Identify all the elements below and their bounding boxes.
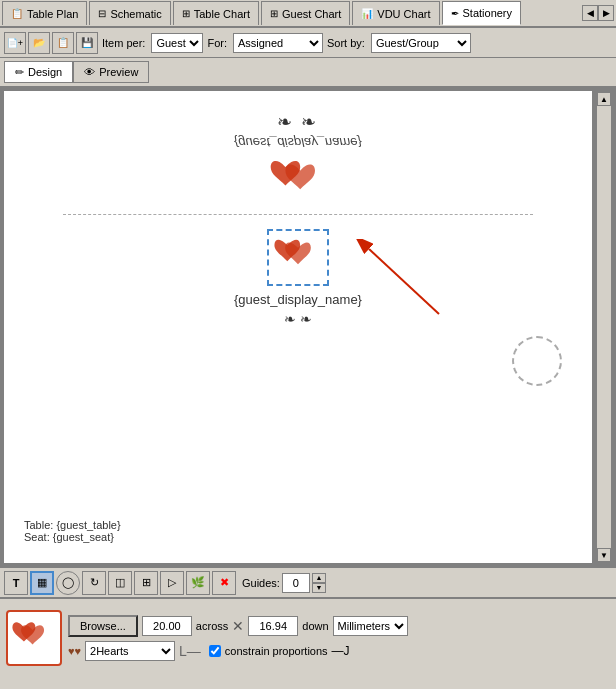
constrain-label: constrain proportions: [225, 645, 328, 657]
tool-rotate[interactable]: ↻: [82, 571, 106, 595]
browse-button[interactable]: Browse...: [68, 615, 138, 637]
tab-guest-chart[interactable]: ⊞ Guest Chart: [261, 1, 350, 25]
panel-row-1: Browse... across ✕ down Millimeters: [68, 615, 610, 637]
tab-vdu-chart[interactable]: 📊 VDU Chart: [352, 1, 439, 25]
tab-navigation: ◀ ▶: [582, 5, 614, 21]
bottom-panel: Browse... across ✕ down Millimeters ♥♥ 2…: [0, 597, 616, 677]
footer-text: Table: {guest_table} Seat: {guest_seat}: [24, 519, 121, 543]
canvas-content: ❧ ❧ {guest_display_name}: [4, 91, 592, 563]
tool-shape[interactable]: ◯: [56, 571, 80, 595]
multiply-icon: ✕: [232, 618, 244, 634]
sort-by-select[interactable]: Guest/Group: [371, 33, 471, 53]
footer-line1: Table: {guest_table}: [24, 519, 121, 531]
svg-line-1: [369, 249, 439, 314]
toolbar-left: 📄+ 📂 📋 💾: [4, 32, 98, 54]
tab-schematic[interactable]: ⊟ Schematic: [89, 1, 170, 25]
tab-stationery-label: Stationery: [463, 7, 513, 19]
heart-badge: [6, 610, 62, 666]
guides-spinner: ▲ ▼: [312, 573, 326, 593]
tool-tree[interactable]: 🌿: [186, 571, 210, 595]
dashed-circle: [512, 336, 562, 386]
guides-input[interactable]: [282, 573, 310, 593]
vdu-chart-icon: 📊: [361, 8, 373, 19]
scroll-down-btn[interactable]: ▼: [597, 548, 611, 562]
tab-bar: 📋 Table Plan ⊟ Schematic ⊞ Table Chart ⊞…: [0, 0, 616, 28]
hearts-text-icon: ♥♥: [68, 645, 81, 657]
tool-align[interactable]: ◫: [108, 571, 132, 595]
tab-vdu-chart-label: VDU Chart: [377, 8, 430, 20]
item-per-label: Item per:: [102, 37, 145, 49]
preview-tab-label: Preview: [99, 66, 138, 78]
divider-dashed: [63, 214, 533, 215]
tool-grid[interactable]: ⊞: [134, 571, 158, 595]
stationery-icon: ✒: [451, 8, 459, 19]
open-button[interactable]: 📂: [28, 32, 50, 54]
scroll-up-btn[interactable]: ▲: [597, 92, 611, 106]
design-tab-label: Design: [28, 66, 62, 78]
tab-schematic-label: Schematic: [110, 8, 161, 20]
tool-image[interactable]: ▦: [30, 571, 54, 595]
for-select[interactable]: Assigned: [233, 33, 323, 53]
panel-controls: Browse... across ✕ down Millimeters ♥♥ 2…: [68, 615, 610, 661]
constrain-end-icon: —J: [332, 644, 350, 658]
tab-table-plan-label: Table Plan: [27, 8, 78, 20]
tool-delete[interactable]: ✖: [212, 571, 236, 595]
panel-row-2: ♥♥ 2Hearts L— constrain proportions —J: [68, 641, 610, 661]
field-display-flipped: {guest_display_name}: [234, 135, 362, 150]
tab-scroll-left[interactable]: ◀: [582, 5, 598, 21]
down-label: down: [302, 620, 328, 632]
footer-line2: Seat: {guest_seat}: [24, 531, 121, 543]
tab-preview[interactable]: 👁 Preview: [73, 61, 149, 83]
tab-stationery[interactable]: ✒ Stationery: [442, 1, 522, 25]
pipe-separator: L—: [179, 643, 201, 659]
tab-scroll-right[interactable]: ▶: [598, 5, 614, 21]
guides-spin-up[interactable]: ▲: [312, 573, 326, 583]
vertical-scrollbar[interactable]: ▲ ▼: [596, 91, 612, 563]
scroll-track: [597, 106, 611, 548]
schematic-icon: ⊟: [98, 8, 106, 19]
main-area: ❧ ❧ {guest_display_name}: [0, 87, 616, 567]
sort-by-label: Sort by:: [327, 37, 365, 49]
selected-box[interactable]: [267, 229, 329, 286]
tool-play[interactable]: ▷: [160, 571, 184, 595]
guest-chart-icon: ⊞: [270, 8, 278, 19]
across-label: across: [196, 620, 228, 632]
tab-guest-chart-label: Guest Chart: [282, 8, 341, 20]
tab-table-chart-label: Table Chart: [194, 8, 250, 20]
bottom-toolbar: T ▦ ◯ ↻ ◫ ⊞ ▷ 🌿 ✖ Guides: ▲ ▼: [0, 567, 616, 597]
main-toolbar: 📄+ 📂 📋 💾 Item per: Guest For: Assigned S…: [0, 28, 616, 58]
for-label: For:: [207, 37, 227, 49]
height-input[interactable]: [248, 616, 298, 636]
unit-select[interactable]: Millimeters: [333, 616, 408, 636]
item-per-select[interactable]: Guest: [151, 33, 203, 53]
guides-spin-down[interactable]: ▼: [312, 583, 326, 593]
tab-table-plan[interactable]: 📋 Table Plan: [2, 1, 87, 25]
constrain-row: constrain proportions —J: [209, 644, 350, 658]
design-tab-icon: ✏: [15, 66, 24, 79]
arrow-indicator: [354, 239, 444, 322]
ornament-bottom: ❧ ❧: [284, 311, 312, 327]
design-tabs: ✏ Design 👁 Preview: [0, 58, 616, 87]
new-button[interactable]: 📄+: [4, 32, 26, 54]
style-select[interactable]: 2Hearts: [85, 641, 175, 661]
copy-button[interactable]: 📋: [52, 32, 74, 54]
tool-text[interactable]: T: [4, 571, 28, 595]
guides-label: Guides:: [242, 577, 280, 589]
field-display-name: {guest_display_name}: [234, 292, 362, 307]
heart-logo-selected: [273, 235, 323, 277]
canvas-container: ❧ ❧ {guest_display_name}: [4, 91, 592, 563]
tab-design[interactable]: ✏ Design: [4, 61, 73, 83]
preview-tab-icon: 👁: [84, 66, 95, 78]
constrain-checkbox[interactable]: [209, 645, 221, 657]
heart-logo-large: [268, 156, 328, 204]
tab-table-chart[interactable]: ⊞ Table Chart: [173, 1, 259, 25]
save-button[interactable]: 💾: [76, 32, 98, 54]
table-plan-icon: 📋: [11, 8, 23, 19]
heart-badge-icon: [12, 620, 56, 656]
width-input[interactable]: [142, 616, 192, 636]
table-chart-icon: ⊞: [182, 8, 190, 19]
ornament-top: ❧ ❧: [277, 111, 318, 133]
